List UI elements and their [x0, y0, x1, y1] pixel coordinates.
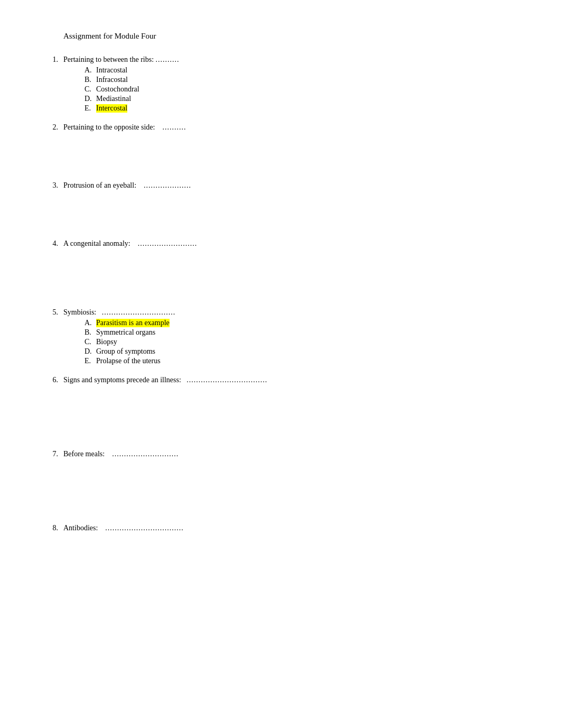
question-number-5: 5. [42, 308, 58, 317]
question-list: 1. Pertaining to between the ribs: .....… [42, 56, 519, 532]
question-item-1: 1. Pertaining to between the ribs: .....… [42, 56, 519, 113]
option-text: Prolapse of the uterus [96, 357, 161, 365]
spacer [42, 192, 519, 234]
option-text: Symmetrical organs [96, 328, 155, 337]
option-letter: B. [85, 328, 96, 337]
option-text: Intracostal [96, 66, 127, 75]
question-item-2: 2. Pertaining to the opposite side: ....… [42, 123, 519, 176]
spacer [42, 250, 519, 303]
page-container: Assignment for Module Four 1. Pertaining… [42, 32, 519, 532]
option-letter: A. [85, 319, 96, 327]
page-title: Assignment for Module Four [63, 32, 519, 41]
question-text-8: Antibodies: ............................… [63, 524, 519, 532]
list-item: B. Infracostal [85, 76, 519, 84]
question-text-3: Protrusion of an eyeball: ..............… [63, 181, 519, 190]
question-text-2: Pertaining to the opposite side: .......… [63, 123, 519, 132]
list-item: D. Group of symptoms [85, 347, 519, 356]
question-item-4: 4. A congenital anomaly: ...............… [42, 239, 519, 303]
question-text-5: Symbiosis: .............................… [63, 308, 519, 317]
option-text-highlighted: Intercostal [96, 104, 127, 113]
option-text: Costochondral [96, 85, 139, 94]
list-item: B. Symmetrical organs [85, 328, 519, 337]
list-item: A. Intracostal [85, 66, 519, 75]
list-item: C. Costochondral [85, 85, 519, 94]
question-number-2: 2. [42, 123, 58, 132]
option-letter: D. [85, 95, 96, 103]
question-number-1: 1. [42, 56, 58, 64]
option-letter: C. [85, 338, 96, 346]
question-number-7: 7. [42, 450, 58, 458]
option-text: Group of symptoms [96, 347, 155, 356]
question-text-1: Pertaining to between the ribs: ........… [63, 56, 519, 64]
question-number-4: 4. [42, 239, 58, 248]
option-text: Infracostal [96, 76, 128, 84]
spacer [42, 134, 519, 176]
list-item: E. Prolapse of the uterus [85, 357, 519, 365]
answer-options-1: A. Intracostal B. Infracostal C. Costoch… [85, 66, 519, 113]
option-text-highlighted: Parasitism is an example [96, 319, 170, 327]
question-number-3: 3. [42, 181, 58, 190]
question-item-7: 7. Before meals: .......................… [42, 450, 519, 519]
answer-options-5: A. Parasitism is an example B. Symmetric… [85, 319, 519, 365]
question-number-6: 6. [42, 376, 58, 384]
question-item-5: 5. Symbiosis: ..........................… [42, 308, 519, 365]
option-letter: D. [85, 347, 96, 356]
option-letter: A. [85, 66, 96, 75]
question-item-3: 3. Protrusion of an eyeball: ...........… [42, 181, 519, 234]
list-item: A. Parasitism is an example [85, 319, 519, 327]
question-text-6: Signs and symptoms precede an illness: .… [63, 376, 519, 384]
option-text: Mediastinal [96, 95, 131, 103]
list-item: C. Biopsy [85, 338, 519, 346]
spacer [42, 386, 519, 445]
option-text: Biopsy [96, 338, 117, 346]
list-item: E. Intercostal [85, 104, 519, 113]
option-letter: B. [85, 76, 96, 84]
option-letter: E. [85, 357, 96, 365]
option-letter: C. [85, 85, 96, 94]
question-number-8: 8. [42, 524, 58, 532]
question-item-8: 8. Antibodies: .........................… [42, 524, 519, 532]
question-item-6: 6. Signs and symptoms precede an illness… [42, 376, 519, 445]
list-item: D. Mediastinal [85, 95, 519, 103]
spacer [42, 460, 519, 519]
option-letter: E. [85, 104, 96, 113]
question-text-4: A congenital anomaly: ..................… [63, 239, 519, 248]
question-text-7: Before meals: ..........................… [63, 450, 519, 458]
